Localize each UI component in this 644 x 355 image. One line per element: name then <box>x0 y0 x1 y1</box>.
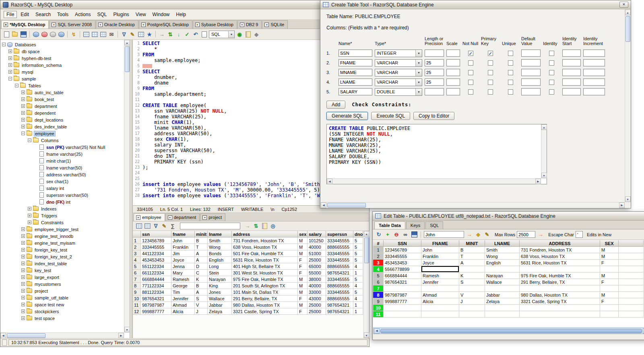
main-titlebar[interactable]: RazorSQL - MySQL Desktop <box>0 0 369 9</box>
undo-icon[interactable]: ↶ <box>192 31 199 38</box>
close-tab-icon[interactable]: ✕ <box>240 23 244 27</box>
tree-item-sample-utf-table[interactable]: +sample_utf_table <box>0 294 124 301</box>
primary-key-checkbox[interactable] <box>488 60 493 66</box>
tree-item-lname-varchar-50[interactable]: lname varchar(50) <box>0 164 124 171</box>
result-row[interactable]: 6661122334MaryCStein301 West St. Houston… <box>133 270 363 276</box>
cell[interactable]: M <box>298 283 308 289</box>
result-row[interactable]: 8771122334GeorgeBKing201 South St, Arlin… <box>133 283 363 289</box>
auto-commit-icon[interactable]: ◉ <box>236 31 243 38</box>
menu-tools[interactable]: Tools <box>54 11 71 18</box>
cell[interactable] <box>384 285 421 292</box>
tree-item-dno-fk-int[interactable]: dno (FK) int <box>0 198 124 205</box>
table-view-icon[interactable] <box>137 31 144 38</box>
editing-cell[interactable] <box>421 266 459 272</box>
cell[interactable]: F <box>298 308 308 315</box>
cell[interactable]: George <box>171 283 195 289</box>
expand-icon[interactable]: + <box>8 56 12 60</box>
cell[interactable]: Alicia <box>171 308 195 315</box>
tree-item-superssn-varchar-50[interactable]: superssn varchar(50) <box>0 192 124 198</box>
identity-checkbox[interactable] <box>549 89 554 95</box>
scroll-up-icon[interactable]: ▲ <box>124 40 130 45</box>
cell[interactable]: Mary <box>171 270 195 276</box>
result-row[interactable]: 4453453453JoyceAEnglish5631 Rice, Housto… <box>133 257 363 263</box>
scale-input[interactable] <box>446 88 460 95</box>
tree-item-engine-test-myisam[interactable]: +engine_test_myisam <box>0 239 124 246</box>
tree-item-stockpickers[interactable]: +stockpickers <box>0 308 124 315</box>
add-column-button[interactable]: Add <box>326 101 345 109</box>
connection-tab-postgresql-desktop[interactable]: ✕PostgreSQL Desktop <box>139 20 192 29</box>
cell[interactable]: Tim <box>171 289 195 295</box>
tree-item-foreign-key-test-2[interactable]: +foreign_key_test_2 <box>0 253 124 260</box>
tree-item-mysql[interactable]: +mysql <box>0 68 124 75</box>
header-cell-sex[interactable]: SEX <box>600 240 619 247</box>
cell[interactable]: M <box>298 237 308 244</box>
copy-to-editor-button[interactable]: Copy to Editor <box>413 112 454 120</box>
cell[interactable]: Ahmad <box>171 302 195 308</box>
cell[interactable]: K <box>195 276 208 283</box>
cell[interactable]: D <box>195 263 208 270</box>
tree-item-auto-inc-table[interactable]: +auto_inc_table <box>0 89 124 96</box>
cell[interactable]: 4 <box>353 263 363 270</box>
length-input[interactable] <box>425 78 444 86</box>
menu-edit[interactable]: Edit <box>18 11 32 18</box>
scroll-thumb[interactable] <box>7 333 45 338</box>
not-null-checkbox[interactable] <box>468 80 473 85</box>
cell[interactable]: B <box>195 237 208 244</box>
close-tab-icon[interactable]: ✕ <box>195 23 200 27</box>
header-cell-salary[interactable]: salary <box>308 231 326 237</box>
cell[interactable]: 999887777 <box>141 308 171 315</box>
result-row[interactable]: 7666884444RameshKNarayan975 Fire Oak, Hu… <box>133 276 363 283</box>
edit-row[interactable]: 5666884444RameshKNarayan975 Fire Oak, Hu… <box>373 272 644 279</box>
disconnect-database-icon[interactable] <box>41 31 48 38</box>
edit-row[interactable]: 3453453453JoyceAEnglish5631 Rice, Housto… <box>373 260 644 266</box>
cell[interactable]: M <box>298 289 308 295</box>
cell[interactable] <box>421 311 459 318</box>
edit-cell-icon[interactable]: ✎ <box>483 231 491 238</box>
expand-icon[interactable]: + <box>21 91 25 94</box>
cell[interactable]: M <box>600 253 619 260</box>
scale-input[interactable] <box>446 59 460 66</box>
highlight-icon[interactable]: ◆ <box>475 231 482 238</box>
result-row[interactable]: 1123456789JohnBSmith731 Fondren, Houston… <box>133 237 363 244</box>
cell[interactable]: F <box>298 295 308 302</box>
cell[interactable]: Stein <box>208 270 232 276</box>
cell[interactable] <box>485 305 520 311</box>
expand-icon[interactable]: + <box>28 214 31 217</box>
edit-row[interactable]: 1123456789JohnBSmith731 Fondren, Houston… <box>373 247 644 253</box>
result-tab-department[interactable]: ✕department <box>165 213 200 221</box>
execute-sql-button[interactable]: Execute SQL <box>371 112 410 120</box>
cell[interactable]: 333445555 <box>326 276 353 283</box>
unique-checkbox[interactable] <box>508 89 513 95</box>
cell[interactable]: Jennifer <box>421 279 459 285</box>
tree-item-hyphen-db-test[interactable]: +hyphen-db-test <box>0 55 124 62</box>
close-tab-icon[interactable]: ✕ <box>202 215 207 220</box>
expand-icon[interactable]: + <box>21 125 25 128</box>
row-number[interactable]: 6 <box>373 279 384 285</box>
scroll-thumb[interactable] <box>327 203 366 208</box>
scroll-down-icon[interactable]: ▼ <box>625 196 631 202</box>
expand-icon[interactable]: + <box>21 296 25 299</box>
cell[interactable] <box>520 285 600 292</box>
tree-item-tables[interactable]: −Tables <box>0 82 124 89</box>
cell[interactable]: 987987987 <box>384 292 421 298</box>
cell[interactable]: 333445555 <box>326 257 353 263</box>
scroll-left-icon[interactable]: ◀ <box>321 202 326 208</box>
header-cell-ssn[interactable]: ssn <box>141 231 171 237</box>
primary-key-checkbox[interactable] <box>488 80 493 85</box>
cell[interactable] <box>600 285 619 292</box>
close-tab-icon[interactable]: ✕ <box>98 23 103 27</box>
row-number[interactable]: 3 <box>373 260 384 266</box>
cell[interactable]: 5 <box>353 244 363 250</box>
cell[interactable]: 33000 <box>308 289 326 295</box>
scroll-right-icon[interactable]: ▶ <box>118 333 124 338</box>
scale-input[interactable] <box>446 78 460 86</box>
cell[interactable]: J <box>195 308 208 315</box>
cell[interactable]: A <box>195 257 208 263</box>
find-icon[interactable]: ∞ <box>402 231 409 238</box>
identity-checkbox[interactable] <box>549 70 554 75</box>
scroll-left-icon[interactable]: ◀ <box>327 179 332 184</box>
scroll-thumb[interactable] <box>380 329 642 333</box>
result-tab-project[interactable]: ✕project <box>200 213 225 221</box>
cell[interactable]: 666884444 <box>141 276 171 283</box>
unique-checkbox[interactable] <box>508 60 513 66</box>
